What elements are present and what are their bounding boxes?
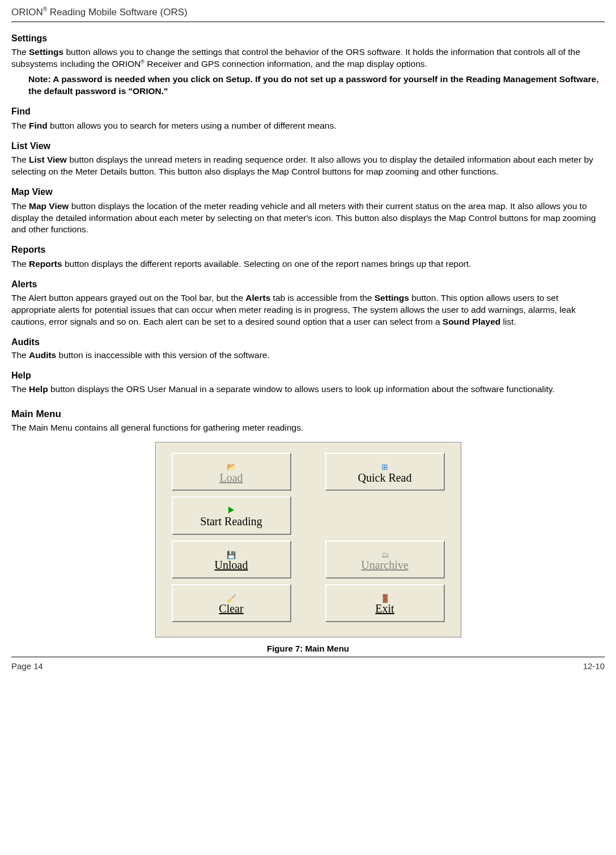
- unarchive-button-label: Unarchive: [361, 559, 408, 571]
- quick-read-button[interactable]: Quick Read: [325, 453, 445, 491]
- para-alerts: The Alert button appears grayed out on t…: [11, 292, 605, 328]
- main-menu-panel: Load Quick Read Start Reading Unload Una…: [155, 442, 461, 637]
- header-product-name: ORION: [11, 7, 43, 18]
- broom-icon: [227, 593, 236, 602]
- para-mapview: The Map View button displays the locatio…: [11, 201, 605, 236]
- heading-mainmenu: Main Menu: [11, 408, 605, 421]
- figure-main-menu: Load Quick Read Start Reading Unload Una…: [11, 442, 605, 654]
- heading-settings: Settings: [11, 32, 605, 45]
- para-reports: The Reports button displays the differen…: [11, 258, 605, 270]
- page-number-right: 12-10: [583, 661, 605, 672]
- para-find: The Find button allows you to search for…: [11, 120, 605, 132]
- load-button-label: Load: [219, 472, 243, 483]
- start-reading-button[interactable]: Start Reading: [172, 496, 291, 534]
- note-settings: Note: A password is needed when you clic…: [28, 74, 605, 97]
- exit-button-label: Exit: [375, 603, 394, 614]
- quick-read-button-label: Quick Read: [358, 472, 412, 483]
- unload-button[interactable]: Unload: [172, 541, 291, 578]
- unarchive-button[interactable]: Unarchive: [325, 541, 445, 578]
- figure-caption: Figure 7: Main Menu: [267, 643, 349, 654]
- archive-icon: [381, 549, 389, 558]
- unload-button-label: Unload: [215, 559, 248, 571]
- window-icon: [381, 462, 388, 471]
- exit-door-icon: [380, 593, 390, 602]
- page-footer: Page 14 12-10: [11, 661, 605, 672]
- start-reading-button-label: Start Reading: [200, 516, 262, 527]
- load-button[interactable]: Load: [172, 453, 291, 491]
- heading-audits: Audits: [11, 336, 605, 348]
- empty-cell: [325, 496, 445, 534]
- heading-help: Help: [11, 369, 605, 382]
- disk-icon: [227, 549, 236, 558]
- header-product-suffix: Reading Mobile Software (ORS): [47, 7, 188, 18]
- footer-rule: [11, 657, 605, 657]
- folder-open-icon: [227, 462, 236, 471]
- heading-alerts: Alerts: [11, 278, 605, 291]
- heading-mapview: Map View: [11, 186, 605, 198]
- comma-highlight: ,: [596, 74, 598, 84]
- heading-listview: List View: [11, 140, 605, 152]
- para-audits: The Audits button is inaccessible with t…: [11, 350, 605, 361]
- running-header: ORION® Reading Mobile Software (ORS): [11, 6, 605, 20]
- para-settings: The Settings button allows you to change…: [11, 46, 605, 70]
- heading-reports: Reports: [11, 244, 605, 256]
- exit-button[interactable]: Exit: [325, 584, 445, 622]
- play-icon: [228, 505, 234, 514]
- clear-button-label: Clear: [219, 603, 243, 614]
- para-listview: The List View button displays the unread…: [11, 154, 605, 178]
- heading-find: Find: [11, 105, 605, 118]
- header-rule: [11, 22, 605, 22]
- registered-mark: ®: [43, 6, 47, 12]
- para-mainmenu: The Main Menu contains all general funct…: [11, 422, 605, 434]
- clear-button[interactable]: Clear: [172, 584, 291, 622]
- page-number-left: Page 14: [11, 661, 43, 672]
- para-help: The Help button displays the ORS User Ma…: [11, 384, 605, 395]
